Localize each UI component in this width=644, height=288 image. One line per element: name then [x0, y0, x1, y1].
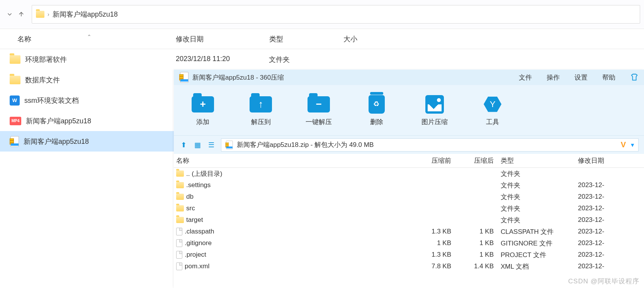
- file-icon: [176, 228, 182, 235]
- folder-icon: [176, 170, 184, 177]
- address-box[interactable]: › 新闻客户端app5zu18: [32, 5, 640, 24]
- zip-row[interactable]: .gitignore1 KB1 KBGITIGNORE 文件2023-12-: [174, 237, 644, 249]
- folder-icon: [176, 182, 184, 188]
- zip-file-name: .. (上级目录): [186, 169, 223, 178]
- zip-cell: 文件夹: [497, 181, 574, 190]
- breadcrumb-sep: ›: [48, 11, 49, 17]
- zip-cell: 2023-12-: [574, 239, 644, 247]
- col-name[interactable]: 名称⌃: [0, 34, 176, 44]
- zip-cell: 1 KB: [407, 239, 454, 247]
- zip-file-name: .gitignore: [185, 239, 212, 247]
- zip-title-text: 新闻客户端app5zu18 - 360压缩: [192, 73, 284, 82]
- zip-cell: 1 KB: [454, 251, 497, 259]
- menu-settings[interactable]: 设置: [574, 73, 588, 82]
- tb-image-compress[interactable]: 图片压缩: [413, 94, 456, 126]
- tb-extract-to[interactable]: ↑解压到: [240, 94, 282, 126]
- vip-logo[interactable]: V▼: [621, 140, 635, 149]
- zip-cell: 文件夹: [497, 216, 574, 225]
- sort-caret-icon: ⌃: [87, 34, 92, 40]
- zip-row[interactable]: .project1.3 KB1 KBPROJECT 文件2023-12-: [174, 249, 644, 261]
- zip-cell: 文件夹: [497, 169, 574, 178]
- zip-titlebar[interactable]: 新闻客户端app5zu18 - 360压缩 文件 操作 设置 帮助: [174, 70, 644, 85]
- view-list-icon[interactable]: ☰: [207, 141, 216, 149]
- zcol-pre[interactable]: 压缩前: [407, 156, 454, 165]
- zip-row[interactable]: db文件夹2023-12-: [174, 191, 644, 203]
- watermark: CSDN @阿联毕设程序: [568, 277, 639, 286]
- zip-cell: 1.4 KB: [454, 262, 497, 270]
- zip-cell: 1 KB: [454, 239, 497, 247]
- zcol-type[interactable]: 类型: [497, 156, 574, 165]
- file-icon: [176, 251, 182, 259]
- zcol-name[interactable]: 名称: [174, 156, 407, 165]
- menu-help[interactable]: 帮助: [602, 73, 615, 82]
- zip-cell: GITIGNORE 文件: [497, 239, 574, 248]
- zip-window: 新闻客户端app5zu18 - 360压缩 文件 操作 设置 帮助 +添加 ↑解…: [174, 70, 644, 288]
- tb-one-click[interactable]: −一键解压: [297, 94, 340, 126]
- breadcrumb-current[interactable]: 新闻客户端app5zu18: [53, 10, 118, 19]
- col-size[interactable]: 大小: [343, 34, 421, 44]
- tb-add[interactable]: +添加: [182, 94, 224, 126]
- explorer-address-bar: › 新闻客户端app5zu18: [0, 0, 644, 29]
- zip-row[interactable]: .. (上级目录)文件夹: [174, 168, 644, 179]
- zip-file-name: target: [186, 216, 203, 224]
- zip-file-name: .project: [185, 251, 206, 259]
- zip-file-list: .. (上级目录)文件夹.settings文件夹2023-12-db文件夹202…: [174, 168, 644, 272]
- zip-cell: 2023-12-: [574, 204, 644, 212]
- zip-cell: CLASSPATH 文件: [497, 227, 574, 236]
- zip-cell: 2023-12-: [574, 216, 644, 224]
- zip-path-text: 新闻客户端app5zu18.zip - 解包大小为 49.0 MB: [237, 140, 374, 149]
- zip-cell: XML 文档: [497, 262, 574, 271]
- file-name: 新闻客户端app5zu18: [24, 137, 89, 146]
- zip-row[interactable]: src文件夹2023-12-: [174, 203, 644, 214]
- zip-row[interactable]: .classpath1.3 KB1 KBCLASSPATH 文件2023-12-: [174, 226, 644, 237]
- zip-cell: PROJECT 文件: [497, 251, 574, 259]
- zip-columns: 名称 压缩前 压缩后 类型 修改日期: [174, 154, 644, 168]
- zip-file-name: pom.xml: [185, 262, 209, 270]
- file-date: 2023/12/18 11:20: [176, 55, 230, 63]
- zip-cell: 文件夹: [497, 193, 574, 201]
- zip-row[interactable]: pom.xml7.8 KB1.4 KBXML 文档2023-12-: [174, 261, 644, 272]
- view-details-icon[interactable]: ▦: [193, 141, 202, 149]
- nav-up-button[interactable]: [15, 9, 27, 20]
- zip-cell: 2023-12-: [574, 193, 644, 201]
- tb-tools[interactable]: Y工具: [471, 94, 514, 126]
- file-icon: [176, 262, 182, 270]
- zip-cell: 1.3 KB: [407, 251, 454, 259]
- zip-path-bar: ⬆ ▦ ☰ 新闻客户端app5zu18.zip - 解包大小为 49.0 MB …: [174, 135, 644, 154]
- explorer-columns: 名称⌃ 修改日期 类型 大小: [0, 29, 644, 49]
- folder-icon: [176, 205, 184, 211]
- menu-action[interactable]: 操作: [547, 73, 560, 82]
- zip-file-icon: [225, 140, 233, 149]
- zip-file-name: .classpath: [185, 228, 214, 235]
- menu-file[interactable]: 文件: [519, 73, 532, 82]
- folder-icon: [176, 194, 184, 200]
- zcol-post[interactable]: 压缩后: [454, 156, 497, 165]
- zip-path-box[interactable]: 新闻客户端app5zu18.zip - 解包大小为 49.0 MB V▼: [221, 138, 639, 152]
- zip-icon: [10, 136, 19, 147]
- col-type[interactable]: 类型: [269, 34, 343, 44]
- file-name: 新闻客户端app5zu18: [26, 116, 91, 126]
- zip-cell: 2023-12-: [574, 181, 644, 189]
- path-up-icon[interactable]: ⬆: [179, 141, 188, 149]
- zip-file-name: .settings: [186, 181, 211, 189]
- tb-delete[interactable]: ♻删除: [355, 94, 398, 126]
- zip-cell: 1.3 KB: [407, 228, 454, 235]
- zip-row[interactable]: target文件夹2023-12-: [174, 214, 644, 226]
- explorer-row[interactable]: 环境部署软件: [0, 49, 644, 70]
- file-type: 文件夹: [269, 55, 290, 64]
- zip-cell: 7.8 KB: [407, 262, 454, 270]
- skin-icon[interactable]: [630, 73, 639, 82]
- file-name: 数据库文件: [25, 75, 60, 85]
- file-name: 环境部署软件: [25, 55, 67, 64]
- zip-cell: 2023-12-: [574, 262, 644, 270]
- word-icon: W: [10, 95, 20, 106]
- zcol-date[interactable]: 修改日期: [574, 156, 644, 165]
- zip-toolbar: +添加 ↑解压到 −一键解压 ♻删除 图片压缩 Y工具: [174, 85, 644, 135]
- zip-file-name: db: [186, 193, 194, 201]
- nav-back-button[interactable]: [4, 9, 15, 20]
- col-date[interactable]: 修改日期: [176, 34, 269, 44]
- zip-row[interactable]: .settings文件夹2023-12-: [174, 179, 644, 191]
- zip-cell: 1 KB: [454, 228, 497, 235]
- zip-cell: 2023-12-: [574, 251, 644, 259]
- file-icon: [176, 239, 182, 247]
